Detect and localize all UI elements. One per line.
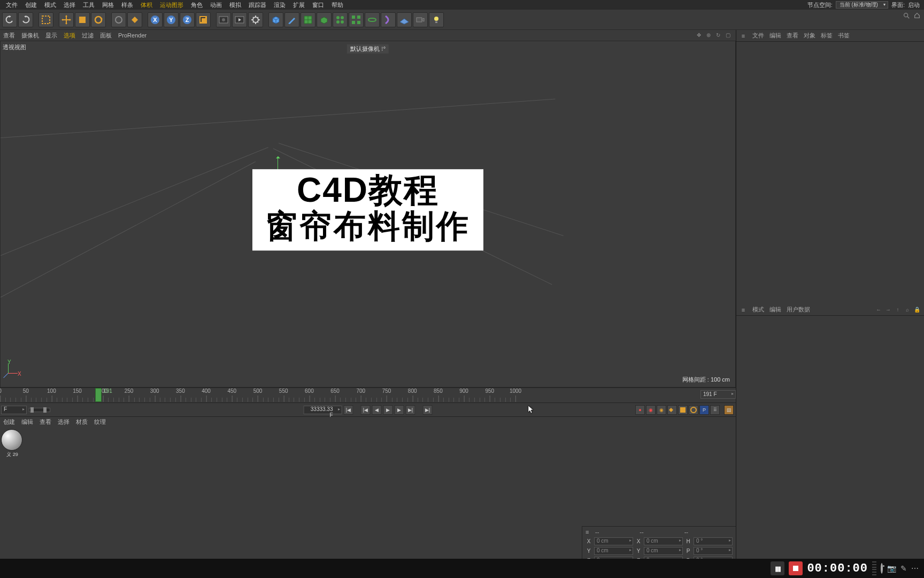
menu-icon[interactable]: ≡ — [586, 529, 592, 535]
vp-menu-显示[interactable]: 显示 — [45, 32, 57, 40]
goto-start-button[interactable]: |◀ — [344, 405, 353, 415]
bend-button[interactable] — [381, 12, 396, 27]
vp-zoom-icon[interactable]: ⊕ — [705, 31, 712, 39]
obj-menu-文件[interactable]: 文件 — [752, 32, 764, 40]
floor-button[interactable] — [397, 12, 412, 27]
scale-key-button[interactable] — [678, 405, 688, 415]
lock-icon[interactable]: 🔒 — [913, 306, 921, 314]
interface-value[interactable]: 启动 — [908, 1, 920, 9]
search-icon[interactable]: ⌕ — [904, 306, 911, 314]
pause-button[interactable]: ▮▮ — [771, 561, 784, 575]
pen-button[interactable] — [284, 12, 299, 27]
z-axis-button[interactable]: Z — [180, 12, 195, 27]
keyframe-sel-button[interactable]: ◉ — [657, 405, 666, 415]
menu-选择[interactable]: 选择 — [60, 1, 79, 9]
menu-角色[interactable]: 角色 — [187, 1, 206, 9]
attr-menu-编辑[interactable]: 编辑 — [769, 306, 781, 314]
prev-key-button[interactable]: |◀ — [361, 405, 371, 415]
size-y-field[interactable]: 0 cm — [644, 547, 683, 555]
record-key-button[interactable]: ● — [635, 405, 645, 415]
menu-工具[interactable]: 工具 — [79, 1, 98, 9]
frame-rate-field[interactable]: 33333.33 F — [304, 406, 342, 414]
timeline[interactable]: 0501001502002503003504004505005506006507… — [0, 387, 736, 402]
menu-icon[interactable]: ≡ — [740, 33, 747, 39]
perspective-viewport[interactable]: 透视视图 默认摄像机 ⁝° 网格间距 : 100 cm YX C4D教程 窗帘布… — [0, 41, 736, 387]
vp-menu-摄像机[interactable]: 摄像机 — [21, 32, 39, 40]
autokey-button[interactable]: ◉ — [646, 405, 656, 415]
attr-menu-模式[interactable]: 模式 — [752, 306, 764, 314]
mograph-button[interactable] — [333, 12, 348, 27]
menu-样条[interactable]: 样条 — [118, 1, 137, 9]
nav-fwd-icon[interactable]: → — [884, 306, 892, 314]
annotate-icon[interactable]: ✎ — [900, 564, 907, 573]
viewport-camera-label[interactable]: 默认摄像机 ⁝° — [347, 44, 389, 54]
vp-menu-ProRender[interactable]: ProRender — [118, 32, 147, 39]
point-level-button[interactable]: ⠿ — [710, 405, 720, 415]
pos-y-field[interactable]: 0 cm — [594, 547, 633, 555]
last-tool-button[interactable] — [127, 12, 142, 27]
menu-文件[interactable]: 文件 — [2, 1, 21, 9]
mat-menu-创建[interactable]: 创建 — [3, 418, 15, 426]
mat-menu-选择[interactable]: 选择 — [58, 418, 70, 426]
more-icon[interactable]: ⋯ — [911, 564, 919, 573]
webcam-icon[interactable] — [881, 564, 883, 573]
rot-h-field[interactable]: 0 ° — [694, 537, 733, 545]
menu-网格[interactable]: 网格 — [98, 1, 118, 9]
obj-menu-对象[interactable]: 对象 — [804, 32, 815, 40]
play-button[interactable]: ▶ — [383, 405, 393, 415]
rotate-button[interactable] — [91, 12, 106, 27]
mat-menu-查看[interactable]: 查看 — [40, 418, 51, 426]
pos-key-button[interactable] — [667, 405, 677, 415]
redo-button[interactable] — [18, 12, 33, 27]
render-settings-button[interactable] — [248, 12, 263, 27]
live-select-button[interactable] — [111, 12, 126, 27]
screenshot-icon[interactable]: 📷 — [887, 564, 896, 573]
cube-button[interactable] — [268, 12, 283, 27]
subdivision-button[interactable] — [301, 12, 315, 27]
node-space-dropdown[interactable]: 当前 (标准/物理) — [836, 1, 888, 9]
light-button[interactable] — [429, 12, 444, 27]
nav-up-icon[interactable]: ↑ — [894, 306, 902, 314]
cloner-button[interactable] — [349, 12, 364, 27]
nav-back-icon[interactable]: ← — [875, 306, 882, 314]
scale-button[interactable] — [75, 12, 90, 27]
next-key-button[interactable]: ▶| — [406, 405, 415, 415]
render-pv-button[interactable] — [232, 12, 247, 27]
vp-pan-icon[interactable]: ✥ — [695, 31, 703, 39]
menu-窗口[interactable]: 窗口 — [309, 1, 328, 9]
obj-menu-标签[interactable]: 标签 — [821, 32, 833, 40]
obj-menu-查看[interactable]: 查看 — [787, 32, 798, 40]
rot-p-field[interactable]: 0 ° — [694, 547, 733, 555]
vp-menu-选项[interactable]: 选项 — [64, 32, 75, 40]
menu-渲染[interactable]: 渲染 — [270, 1, 289, 9]
menu-体积[interactable]: 体积 — [137, 1, 156, 9]
y-axis-button[interactable]: Y — [164, 12, 179, 27]
menu-创建[interactable]: 创建 — [21, 1, 41, 9]
vp-menu-查看[interactable]: 查看 — [3, 32, 15, 40]
menu-扩展[interactable]: 扩展 — [289, 1, 309, 9]
field-button[interactable] — [365, 12, 380, 27]
next-frame-button[interactable]: ▶ — [395, 405, 404, 415]
goto-end-button[interactable]: ▶| — [423, 405, 433, 415]
vp-maximize-icon[interactable]: ▢ — [724, 31, 732, 39]
frame-select-button[interactable] — [38, 12, 53, 27]
pos-x-field[interactable]: 0 cm — [594, 537, 633, 545]
start-frame-field[interactable]: F — [1, 406, 27, 414]
obj-menu-编辑[interactable]: 编辑 — [769, 32, 781, 40]
vp-menu-面板[interactable]: 面板 — [100, 32, 112, 40]
rot-key-button[interactable] — [689, 405, 698, 415]
prev-frame-button[interactable]: ◀ — [372, 405, 382, 415]
menu-帮助[interactable]: 帮助 — [328, 1, 347, 9]
attribute-area[interactable] — [736, 316, 924, 578]
menu-模拟[interactable]: 模拟 — [226, 1, 245, 9]
render-view-button[interactable] — [216, 12, 231, 27]
home-icon[interactable] — [913, 12, 921, 20]
undo-button[interactable] — [2, 12, 17, 27]
vp-menu-过滤[interactable]: 过滤 — [82, 32, 94, 40]
obj-menu-书签[interactable]: 书签 — [838, 32, 850, 40]
camera-button[interactable] — [413, 12, 428, 27]
search-icon[interactable] — [903, 12, 910, 20]
menu-跟踪器[interactable]: 跟踪器 — [245, 1, 270, 9]
mat-menu-材质[interactable]: 材质 — [76, 418, 88, 426]
size-x-field[interactable]: 0 cm — [644, 537, 683, 545]
